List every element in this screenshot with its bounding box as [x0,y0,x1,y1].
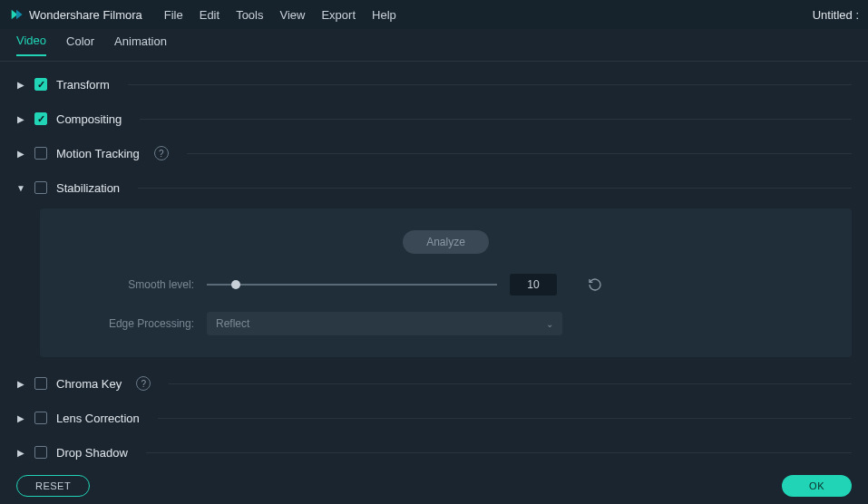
select-value: Reflect [216,317,249,330]
checkbox-lens-correction[interactable] [34,412,47,424]
property-drop-shadow: ▶ Drop Shadow [16,435,852,468]
chevron-right-icon[interactable]: ▶ [16,413,25,423]
smooth-level-row: Smooth level: 10 [76,274,815,296]
menu-help[interactable]: Help [372,8,396,22]
smooth-level-label: Smooth level: [76,278,194,291]
property-label: Lens Correction [56,412,140,425]
edge-processing-label: Edge Processing: [76,317,194,330]
menu-bar: Wondershare Filmora File Edit Tools View… [0,0,868,29]
divider [169,383,852,384]
property-label: Drop Shadow [56,446,128,460]
divider [128,84,852,85]
property-label: Chroma Key [56,377,122,391]
bottom-bar: RESET OK [0,468,868,504]
smooth-level-value[interactable]: 10 [510,274,557,296]
menu-view[interactable]: View [279,8,305,22]
property-label: Motion Tracking [56,147,140,160]
property-compositing: ▶ Compositing [16,102,852,136]
edge-processing-select[interactable]: Reflect ⌄ [207,312,562,335]
tab-color[interactable]: Color [66,34,94,55]
menu-file[interactable]: File [164,8,183,22]
reset-button[interactable]: RESET [16,475,90,497]
divider [138,188,852,189]
help-icon[interactable]: ? [136,376,151,391]
divider [158,418,852,419]
property-lens-correction: ▶ Lens Correction [16,401,852,435]
menu-export[interactable]: Export [321,8,356,22]
checkbox-drop-shadow[interactable] [34,446,47,459]
checkbox-motion-tracking[interactable] [34,147,47,160]
reset-icon[interactable] [588,277,602,292]
checkbox-compositing[interactable] [34,112,47,125]
property-label: Compositing [56,112,122,126]
checkbox-chroma-key[interactable] [34,377,47,390]
chevron-down-icon: ⌄ [546,319,553,329]
app-logo: Wondershare Filmora [9,7,142,22]
filmora-logo-icon [9,7,24,22]
menu-items: File Edit Tools View Export Help [164,8,396,22]
menu-tools[interactable]: Tools [236,8,263,22]
help-icon[interactable]: ? [154,146,169,160]
checkbox-transform[interactable] [34,78,47,91]
checkbox-stabilization[interactable] [34,181,47,194]
ok-button[interactable]: OK [782,475,852,497]
slider-thumb[interactable] [231,280,240,289]
property-stabilization: ▼ Stabilization [16,170,852,205]
property-panel: ▶ Transform ▶ Compositing ▶ Motion Track… [0,62,868,468]
chevron-right-icon[interactable]: ▶ [16,448,25,458]
property-transform: ▶ Transform [16,67,852,102]
tab-bar: Video Color Animation [0,29,868,62]
divider [187,153,852,154]
divider [140,119,852,120]
tab-animation[interactable]: Animation [114,34,167,55]
chevron-down-icon[interactable]: ▼ [16,183,25,193]
analyze-row: Analyze [76,230,815,254]
property-label: Stabilization [56,181,120,195]
property-motion-tracking: ▶ Motion Tracking ? [16,136,852,170]
chevron-right-icon[interactable]: ▶ [16,379,25,389]
chevron-right-icon[interactable]: ▶ [16,80,25,90]
tab-video[interactable]: Video [16,34,46,56]
app-name: Wondershare Filmora [29,8,142,22]
chevron-right-icon[interactable]: ▶ [16,114,25,124]
document-title: Untitled : [813,8,859,22]
property-label: Transform [56,78,110,92]
analyze-button[interactable]: Analyze [403,230,489,254]
property-chroma-key: ▶ Chroma Key ? [16,366,852,401]
edge-processing-row: Edge Processing: Reflect ⌄ [76,312,815,335]
menu-edit[interactable]: Edit [200,8,219,22]
chevron-right-icon[interactable]: ▶ [16,149,25,159]
divider [146,452,852,453]
smooth-level-slider[interactable] [207,284,497,286]
stabilization-panel: Analyze Smooth level: 10 Edge Processing… [40,208,852,357]
